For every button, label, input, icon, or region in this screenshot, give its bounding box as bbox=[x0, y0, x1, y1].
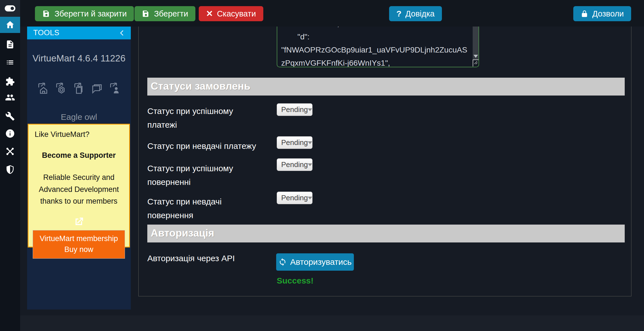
tools-panel: TOOLS VirtueMart 4.6.4 11226 Eagle owl bbox=[27, 26, 131, 309]
field-label-success-payment: Статус при успішномуплатежі bbox=[147, 104, 274, 132]
footer-strip bbox=[20, 315, 644, 331]
membership-buy-line1: VirtueMart membership bbox=[40, 234, 118, 243]
sidebar-item-extensions[interactable] bbox=[0, 75, 20, 88]
close-icon: ✕ bbox=[206, 9, 213, 18]
toggle-icon bbox=[5, 3, 15, 14]
sidebar-item-home-active[interactable] bbox=[0, 17, 20, 33]
status-dropdown-failed-refund[interactable]: Pending bbox=[277, 192, 312, 204]
shop-external-link-icon[interactable] bbox=[37, 82, 49, 94]
document-icon bbox=[5, 40, 15, 49]
chevron-down-icon bbox=[308, 108, 312, 111]
help-button[interactable]: ? Довідка bbox=[389, 6, 442, 21]
textarea-scrollbar[interactable] bbox=[473, 27, 479, 59]
puzzle-icon bbox=[5, 77, 15, 86]
save-icon bbox=[142, 9, 150, 18]
list-icon bbox=[5, 57, 15, 67]
left-icon-rail bbox=[0, 0, 20, 331]
sidebar-item-users[interactable] bbox=[0, 91, 20, 104]
lock-icon bbox=[581, 10, 588, 18]
save-label: Зберегти bbox=[154, 9, 188, 18]
chevron-left-icon[interactable] bbox=[119, 29, 126, 37]
status-dropdown-failed-payment[interactable]: Pending bbox=[277, 136, 312, 149]
joomla-icon bbox=[5, 147, 15, 156]
sidebar-item-documents[interactable] bbox=[0, 38, 20, 51]
toolbar: Зберегти й закрити Зберегти ✕ Скасувати … bbox=[20, 0, 644, 27]
account-external-link-icon[interactable] bbox=[108, 82, 121, 94]
cancel-button[interactable]: ✕ Скасувати bbox=[199, 6, 263, 21]
users-icon bbox=[5, 92, 15, 103]
code-line-d-value: "fNWAOPRzGOcBp9uiar1_uaVFvUP9DLjnh2ZucuA… bbox=[281, 43, 470, 67]
section-header-authorization: Авторизація bbox=[147, 225, 625, 242]
permissions-label: Дозволи bbox=[592, 9, 624, 18]
textarea-resize-grip[interactable] bbox=[473, 59, 479, 66]
status-dropdown-success-payment[interactable]: Pending bbox=[277, 103, 312, 116]
menu-toggle-button[interactable] bbox=[0, 0, 20, 17]
clipped-code-line: "…", bbox=[281, 27, 470, 30]
field-label-failed-refund: Статус при невдачіповернення bbox=[147, 195, 274, 222]
permissions-button[interactable]: Дозволи bbox=[573, 6, 631, 21]
config-external-link-icon[interactable] bbox=[55, 82, 67, 94]
tools-panel-header[interactable]: TOOLS bbox=[27, 26, 131, 39]
cancel-label: Скасувати bbox=[217, 9, 256, 18]
supporter-box: Like VirtueMart? Become a Supporter Reli… bbox=[28, 124, 130, 247]
help-label: Довідка bbox=[405, 9, 434, 18]
membership-buy-line2: Buy now bbox=[64, 245, 93, 254]
save-and-close-label: Зберегти й закрити bbox=[55, 9, 127, 18]
shop-instance-name: Eagle owl bbox=[27, 112, 131, 122]
chevron-down-icon bbox=[308, 141, 312, 144]
sidebar-item-info[interactable] bbox=[0, 127, 20, 140]
supporter-intro: Like VirtueMart? bbox=[35, 130, 129, 139]
save-and-close-button[interactable]: Зберегти й закрити bbox=[35, 6, 134, 21]
save-icon bbox=[42, 9, 51, 18]
dropdown-value: Pending bbox=[277, 105, 308, 114]
sidebar-item-joomla[interactable] bbox=[0, 145, 20, 158]
shield-icon bbox=[5, 165, 15, 174]
tools-panel-title: TOOLS bbox=[33, 28, 60, 37]
dropdown-value: Pending bbox=[277, 138, 308, 147]
question-icon: ? bbox=[396, 9, 401, 18]
wrench-icon bbox=[5, 111, 15, 121]
chevron-down-icon bbox=[308, 197, 312, 199]
dropdown-value: Pending bbox=[277, 194, 308, 202]
status-dropdown-success-refund[interactable]: Pending bbox=[277, 158, 312, 171]
info-icon bbox=[5, 128, 15, 139]
auth-success-status: Success! bbox=[277, 276, 314, 285]
field-label-failed-payment: Статус при невдачі платежу bbox=[147, 139, 274, 153]
external-link-icon[interactable] bbox=[29, 216, 129, 228]
supporter-heading: Become a Supporter bbox=[29, 151, 129, 160]
save-button[interactable]: Зберегти bbox=[134, 6, 195, 21]
refresh-icon bbox=[278, 258, 287, 266]
authorize-button[interactable]: Авторизуватись bbox=[276, 253, 354, 271]
forum-bubbles-icon[interactable] bbox=[91, 82, 103, 94]
dropdown-value: Pending bbox=[277, 160, 308, 169]
supporter-body: Reliable Security and Advanced Developme… bbox=[34, 172, 124, 207]
api-key-textarea[interactable]: "…", "d": "fNWAOPRzGOcBp9uiar1_uaVFvUP9D… bbox=[277, 27, 479, 67]
virtuemart-version: VirtueMart 4.6.4 11226 bbox=[27, 53, 131, 64]
authorize-label: Авторизуватись bbox=[290, 257, 352, 267]
api-key-code: "…", "d": "fNWAOPRzGOcBp9uiar1_uaVFvUP9D… bbox=[281, 27, 470, 67]
tools-shortcut-icons bbox=[27, 82, 131, 94]
sidebar-item-tools[interactable] bbox=[0, 110, 20, 123]
sidebar-item-lists[interactable] bbox=[0, 56, 20, 68]
home-icon bbox=[5, 20, 15, 30]
section-header-order-statuses: Статуси замовлень bbox=[147, 78, 625, 96]
scroll-down-icon[interactable] bbox=[473, 55, 478, 58]
chevron-down-icon bbox=[308, 163, 312, 166]
sidebar-item-security[interactable] bbox=[0, 163, 20, 176]
membership-buy-button[interactable]: VirtueMart membership Buy now bbox=[33, 230, 125, 259]
field-label-success-refund: Статус при успішномуповерненні bbox=[147, 161, 274, 189]
code-line-d-key: "d": bbox=[281, 30, 470, 43]
docs-external-link-icon[interactable] bbox=[73, 82, 86, 94]
